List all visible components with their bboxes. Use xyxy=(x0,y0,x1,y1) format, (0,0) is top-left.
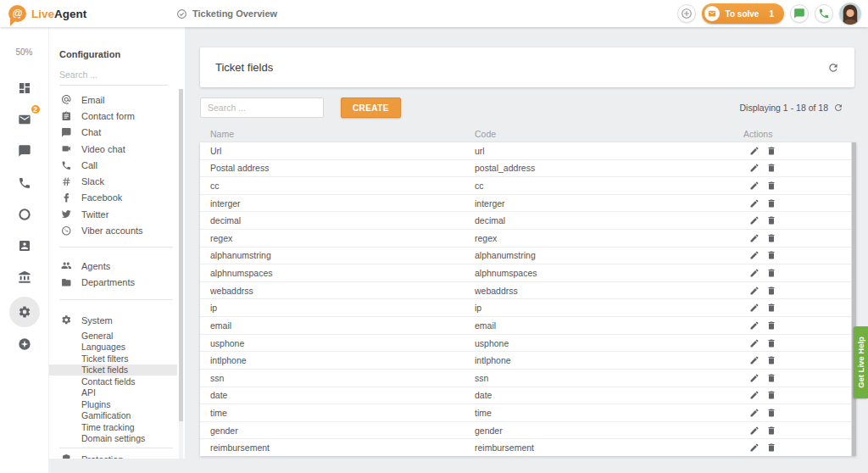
rail-item-ring[interactable] xyxy=(14,204,35,225)
refresh-icon[interactable] xyxy=(833,103,843,113)
delete-icon[interactable] xyxy=(766,355,776,365)
sidebar-subitem-api[interactable]: API xyxy=(49,387,177,399)
delete-icon[interactable] xyxy=(766,198,776,209)
table-scrollbar[interactable] xyxy=(851,142,856,456)
delete-icon[interactable] xyxy=(766,338,776,348)
sidebar-item-label: Chat xyxy=(81,127,101,137)
tab-label: Ticketing Overview xyxy=(192,8,277,19)
sidebar-subitem-gamification[interactable]: Gamification xyxy=(49,410,177,422)
delete-icon[interactable] xyxy=(766,442,776,453)
sidebar-item-video-chat[interactable]: Video chat xyxy=(49,141,177,157)
edit-icon[interactable] xyxy=(749,268,760,278)
to-solve-button[interactable]: To solve 1 xyxy=(702,3,784,24)
avatar[interactable] xyxy=(839,3,861,25)
sidebar-item-call[interactable]: Call xyxy=(49,157,177,173)
sidebar-item-contact-form[interactable]: Contact form xyxy=(49,108,177,124)
delete-icon[interactable] xyxy=(766,408,776,418)
table-row: intlphoneintlphone xyxy=(200,352,856,370)
edit-icon[interactable] xyxy=(749,442,760,453)
edit-icon[interactable] xyxy=(749,303,760,313)
icon-rail: 50% 2 xyxy=(0,27,49,473)
edit-icon[interactable] xyxy=(749,355,760,365)
delete-icon[interactable] xyxy=(766,250,776,260)
edit-icon[interactable] xyxy=(749,215,760,225)
delete-icon[interactable] xyxy=(766,426,776,436)
field-name: decimal xyxy=(210,215,241,225)
sidebar-subitem-languages[interactable]: Languages xyxy=(49,342,177,353)
sidebar-subitem-label: Domain settings xyxy=(81,433,145,443)
edit-icon[interactable] xyxy=(749,181,760,191)
edit-icon[interactable] xyxy=(749,426,760,436)
sidebar-subitem-contact-fields[interactable]: Contact fields xyxy=(49,376,177,387)
sidebar-scrollbar[interactable] xyxy=(179,89,183,459)
sidebar-search-input[interactable] xyxy=(59,68,168,86)
gear-icon xyxy=(61,314,72,326)
at-icon xyxy=(61,94,72,105)
main-content: Ticket fields CREATE Displaying 1 - 18 o… xyxy=(185,27,868,473)
rail-item-gear[interactable] xyxy=(14,302,35,322)
sidebar-item-system[interactable]: System xyxy=(49,312,177,328)
sidebar-subitem-ticket-filters[interactable]: Ticket filters xyxy=(49,353,177,364)
sidebar-item-protection[interactable]: Protection xyxy=(49,451,177,459)
sidebar-subitem-ticket-fields[interactable]: Ticket fields xyxy=(49,364,177,376)
sidebar-item-agents[interactable]: Agents xyxy=(49,258,177,274)
rail-item-dashboard[interactable] xyxy=(14,78,35,98)
delete-icon[interactable] xyxy=(766,268,776,278)
delete-icon[interactable] xyxy=(766,303,776,313)
create-button[interactable]: CREATE xyxy=(341,97,401,118)
delete-icon[interactable] xyxy=(766,163,776,173)
sidebar-item-label: Video chat xyxy=(81,144,125,154)
table-row: ipip xyxy=(200,299,856,317)
table-row: webaddrsswebaddrss xyxy=(200,282,856,300)
edit-icon[interactable] xyxy=(749,390,760,400)
sidebar-item-email[interactable]: Email xyxy=(49,92,177,108)
edit-icon[interactable] xyxy=(749,163,760,173)
sidebar-subitem-plugins[interactable]: Plugins xyxy=(49,398,177,410)
tab-ticketing-overview[interactable]: Ticketing Overview xyxy=(176,0,277,27)
edit-icon[interactable] xyxy=(749,286,760,296)
delete-icon[interactable] xyxy=(766,233,776,243)
add-button[interactable] xyxy=(677,4,696,23)
delete-icon[interactable] xyxy=(766,286,776,296)
delete-icon[interactable] xyxy=(766,146,776,156)
call-button[interactable] xyxy=(815,4,833,23)
sidebar-subitem-time-tracking[interactable]: Time tracking xyxy=(49,421,177,433)
rail-item-chat[interactable] xyxy=(14,141,35,161)
search-input[interactable] xyxy=(200,97,324,118)
delete-icon[interactable] xyxy=(766,390,776,400)
edit-icon[interactable] xyxy=(749,408,760,418)
edit-icon[interactable] xyxy=(749,146,760,156)
logo-text-agent: Agent xyxy=(54,8,86,20)
edit-icon[interactable] xyxy=(749,373,760,383)
delete-icon[interactable] xyxy=(766,215,776,225)
delete-icon[interactable] xyxy=(766,373,776,383)
field-name: ssn xyxy=(210,373,224,383)
edit-icon[interactable] xyxy=(749,320,760,331)
field-name: interger xyxy=(210,198,241,209)
edit-icon[interactable] xyxy=(749,198,760,209)
delete-icon[interactable] xyxy=(766,181,776,191)
delete-icon[interactable] xyxy=(766,320,776,331)
sidebar-item-viber-accounts[interactable]: Viber accounts xyxy=(49,222,177,238)
sidebar-item-slack[interactable]: Slack xyxy=(49,173,177,189)
sidebar-subitem-general[interactable]: General xyxy=(49,330,177,342)
rail-item-phone[interactable] xyxy=(14,173,35,193)
sidebar-item-chat[interactable]: Chat xyxy=(49,125,177,141)
get-live-help-tab[interactable]: Get Live Help xyxy=(854,326,868,398)
table-row: emailemail xyxy=(200,317,856,335)
sidebar-item-twitter[interactable]: Twitter xyxy=(49,206,177,222)
rail-item-contact-card[interactable] xyxy=(14,236,35,256)
edit-icon[interactable] xyxy=(749,233,760,243)
chat-button[interactable] xyxy=(790,4,809,23)
rail-item-mail[interactable]: 2 xyxy=(14,109,35,130)
sidebar-item-departments[interactable]: Departments xyxy=(49,274,177,290)
rail-item-bank[interactable] xyxy=(14,267,35,287)
edit-icon[interactable] xyxy=(749,338,760,348)
sidebar-subitem-domain-settings[interactable]: Domain settings xyxy=(49,433,177,445)
liveagent-logo[interactable]: @ LiveAgent xyxy=(0,5,86,22)
refresh-icon[interactable] xyxy=(827,62,839,74)
sidebar-item-facebook[interactable]: Facebook xyxy=(49,190,177,206)
rail-item-target[interactable] xyxy=(14,334,35,354)
sidebar-scrollbar-thumb[interactable] xyxy=(179,89,183,421)
edit-icon[interactable] xyxy=(749,250,760,260)
